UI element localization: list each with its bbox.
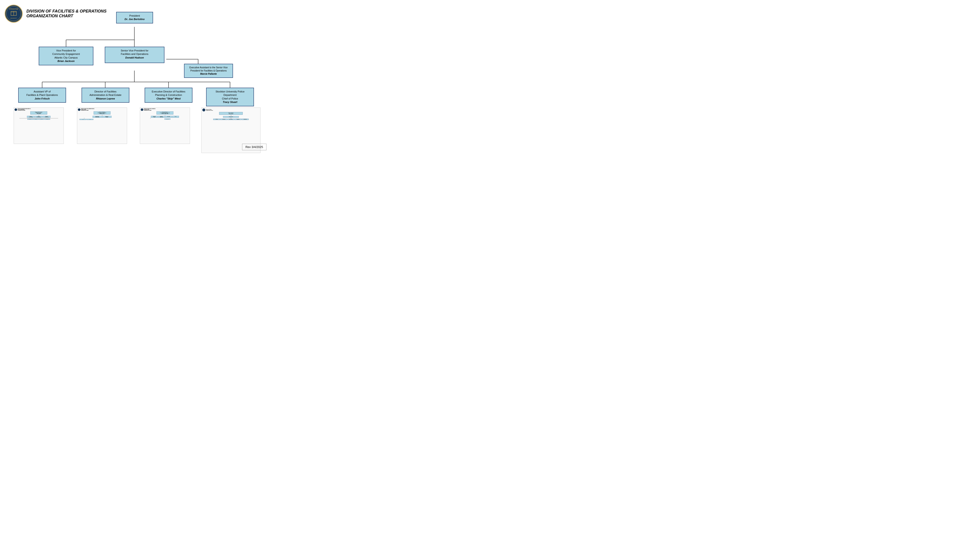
dir-facilities-title: Director of FacilitiesAdministration & R… (84, 90, 127, 97)
subchart-exec-dir: OFFICE OF FACILITIES PLANNING &CONSTRUCT… (140, 108, 190, 144)
vp-community-box: Vice President forCommunity EngagementAt… (39, 47, 93, 65)
president-title: President (119, 14, 150, 17)
vp-community-title: Vice President forCommunity EngagementAt… (41, 49, 91, 59)
avp-facilities-title: Assistant VP ofFacilities & Plant Operat… (21, 90, 63, 97)
svg-text:STOCKTON: STOCKTON (9, 8, 18, 10)
subchart-avp: OFFICE OF FACILITIES MANAGEMENT &PLANT O… (14, 108, 64, 144)
police-chief-name: Tracy Stuart (209, 100, 251, 104)
exec-dir-title: Executive Director of FacilitiesPlanning… (147, 90, 190, 97)
exec-assistant-title: Executive Assistant to the Senior VicePr… (187, 66, 230, 72)
avp-facilities-name: John Fritsch (21, 97, 63, 100)
svp-facilities-box: Senior Vice President forFacilities and … (105, 47, 164, 63)
svp-facilities-name: Donald Hudson (108, 56, 162, 59)
exec-dir-name: Charles "Skip" West (147, 97, 190, 100)
subchart-dir: OFFICE OF FACILITIES ADMINISTRATION& REA… (77, 108, 127, 144)
svg-text:UNIVERSITY: UNIVERSITY (10, 17, 17, 19)
org-chart-title: DIVISION OF FACILITIES & OPERATIONS ORGA… (26, 9, 107, 18)
dir-facilities-name: Rhianon Lepree (84, 97, 127, 100)
police-chief-title: Stockton University Police DepartmentChi… (209, 90, 251, 100)
avp-facilities-box: Assistant VP ofFacilities & Plant Operat… (18, 88, 66, 103)
exec-assistant-name: Marcie Pallante (187, 72, 230, 76)
exec-dir-box: Executive Director of FacilitiesPlanning… (145, 88, 192, 103)
svp-facilities-title: Senior Vice President forFacilities and … (108, 49, 162, 56)
president-name: Dr. Joe Bertolino (119, 17, 150, 21)
president-box: President Dr. Joe Bertolino (116, 12, 153, 24)
revision-note: Rev 3/4/2025 (242, 144, 266, 150)
exec-assistant-box: Executive Assistant to the Senior VicePr… (184, 64, 233, 78)
dir-facilities-box: Director of FacilitiesAdministration & R… (81, 88, 129, 103)
police-chief-box: Stockton University Police DepartmentChi… (206, 88, 254, 106)
vp-community-name: Brian Jackson (41, 59, 91, 63)
page: STOCKTON UNIVERSITY DIVISION OF FACILITI… (0, 0, 273, 155)
university-logo: STOCKTON UNIVERSITY (5, 5, 23, 23)
